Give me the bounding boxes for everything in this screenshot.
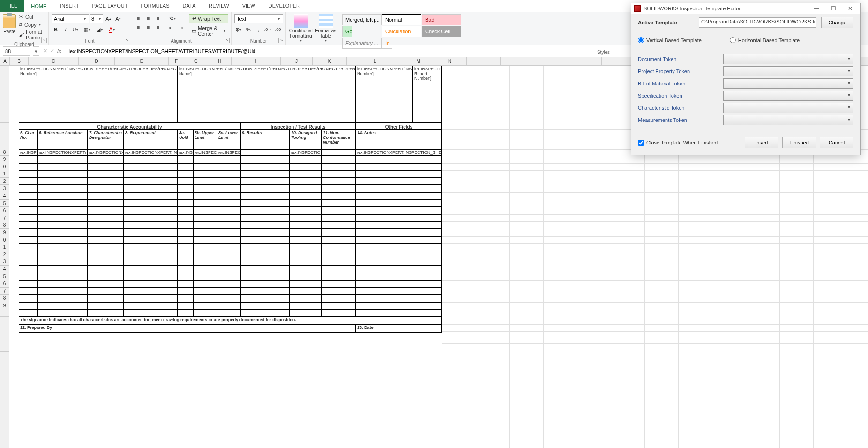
cell-empty[interactable] <box>290 243 322 251</box>
cell-empty[interactable] <box>356 229 442 236</box>
cell-empty[interactable] <box>240 266 290 273</box>
col-header-B[interactable]: B <box>10 57 29 65</box>
cell-empty[interactable] <box>356 310 442 317</box>
cell-empty[interactable] <box>217 221 240 229</box>
cell-empty[interactable] <box>178 310 193 317</box>
cell-empty[interactable] <box>240 302 290 310</box>
col-header-L[interactable]: L <box>347 57 404 65</box>
row-header[interactable]: 3 <box>0 185 9 192</box>
cell-empty[interactable] <box>290 310 322 317</box>
cell-part-number[interactable]: iex:INSPECTIONXPERT/INSPECTION_SHEET/PRO… <box>19 66 178 123</box>
cell-empty[interactable] <box>217 243 240 251</box>
cell-data-e[interactable]: iex:INSPECTIONXPERT/INSP <box>124 149 178 156</box>
row-header[interactable] <box>0 129 9 149</box>
cell-empty[interactable] <box>322 236 356 244</box>
row-header[interactable]: 0 <box>0 236 9 244</box>
cell-empty[interactable] <box>37 310 88 317</box>
col-header-M[interactable]: M <box>404 57 433 65</box>
cell-empty[interactable] <box>290 156 322 163</box>
cell-empty[interactable] <box>178 236 193 244</box>
col-header-N[interactable]: N <box>433 57 467 65</box>
cell-empty[interactable] <box>124 170 178 178</box>
cell-empty[interactable] <box>37 170 88 178</box>
cell-data-i[interactable] <box>240 149 290 156</box>
cell-empty[interactable] <box>240 258 290 266</box>
cell-empty[interactable] <box>37 273 88 281</box>
row-header[interactable]: 6 <box>0 280 9 288</box>
cell-empty[interactable] <box>19 200 37 207</box>
copy-button[interactable]: Copy▾ <box>18 21 45 28</box>
cell-empty[interactable] <box>88 288 124 295</box>
cell-empty[interactable] <box>240 185 290 192</box>
cell-empty[interactable] <box>88 163 124 171</box>
cell-empty[interactable] <box>240 288 290 295</box>
cell-empty[interactable] <box>193 273 217 281</box>
cell-empty[interactable] <box>217 170 240 178</box>
increase-font-button[interactable]: A▴ <box>104 15 112 23</box>
cell-empty[interactable] <box>178 243 193 251</box>
tab-review[interactable]: REVIEW <box>202 0 235 12</box>
cell-empty[interactable] <box>217 310 240 317</box>
cell-empty[interactable] <box>290 192 322 200</box>
cell-empty[interactable] <box>124 163 178 171</box>
row-header[interactable] <box>0 343 9 352</box>
cell-empty[interactable] <box>19 221 37 229</box>
cell-empty[interactable] <box>178 273 193 281</box>
cell-empty[interactable] <box>356 170 442 178</box>
cut-button[interactable]: Cut <box>18 13 45 21</box>
change-button[interactable]: Change <box>821 17 853 28</box>
style-bad[interactable]: Bad <box>422 14 461 25</box>
cell-data-l[interactable]: iex:INSPECTIONXPERT/INSPECTION_SHEET/ <box>356 149 442 156</box>
cell-empty[interactable] <box>356 221 442 229</box>
cell-empty[interactable] <box>88 273 124 281</box>
cell-empty[interactable] <box>240 200 290 207</box>
cell-empty[interactable] <box>356 214 442 222</box>
cell-empty[interactable] <box>37 288 88 295</box>
cell-empty[interactable] <box>290 258 322 266</box>
cell-empty[interactable] <box>124 310 178 317</box>
cell-sec-characteristic[interactable]: Characteristic Accountability <box>19 123 240 129</box>
cell-empty[interactable] <box>240 243 290 251</box>
col-header-H[interactable]: H <box>208 57 232 65</box>
cell-empty[interactable] <box>88 229 124 236</box>
cell-empty[interactable] <box>356 156 442 163</box>
cell-empty[interactable] <box>193 266 217 273</box>
cell-empty[interactable] <box>193 251 217 258</box>
col-header-K[interactable]: K <box>313 57 347 65</box>
cell-empty[interactable] <box>290 266 322 273</box>
cell-empty[interactable] <box>356 163 442 171</box>
cell-empty[interactable] <box>193 229 217 236</box>
row-header[interactable] <box>0 309 9 317</box>
italic-button[interactable]: I <box>61 25 70 34</box>
cell-empty[interactable] <box>88 236 124 244</box>
cell-empty[interactable] <box>193 207 217 214</box>
cell-data-h[interactable]: iex:INSPEC <box>217 149 240 156</box>
cell-empty[interactable] <box>356 266 442 273</box>
close-checkbox-input[interactable] <box>638 140 644 146</box>
cell-empty[interactable] <box>37 280 88 288</box>
vertical-template-radio[interactable]: Vertical Based Template <box>638 37 702 43</box>
cell-empty[interactable] <box>37 156 88 163</box>
cell-empty[interactable] <box>290 229 322 236</box>
number-format-input[interactable] <box>234 14 283 23</box>
cell-empty[interactable] <box>217 288 240 295</box>
tab-page-layout[interactable]: PAGE LAYOUT <box>85 0 134 12</box>
cell-empty[interactable] <box>290 170 322 178</box>
align-left-button[interactable]: ≡ <box>134 23 142 31</box>
cell-data-j[interactable]: iex:INSPECTION <box>290 149 322 156</box>
tab-developer[interactable]: DEVELOPER <box>262 0 307 12</box>
cell-empty[interactable] <box>290 200 322 207</box>
col-header-blank[interactable] <box>467 57 501 65</box>
cell-h8[interactable]: 8. Requirement <box>124 129 178 149</box>
cell-prepared-by[interactable]: 12. Prepared By <box>19 324 356 333</box>
cell-empty[interactable] <box>356 178 442 185</box>
cell-empty[interactable] <box>356 200 442 207</box>
cell-empty[interactable] <box>124 192 178 200</box>
cell-empty[interactable] <box>178 170 193 178</box>
cell-empty[interactable] <box>193 258 217 266</box>
cell-empty[interactable] <box>124 185 178 192</box>
cell-empty[interactable] <box>88 214 124 222</box>
cell-empty[interactable] <box>124 156 178 163</box>
cell-empty[interactable] <box>178 178 193 185</box>
cell-empty[interactable] <box>124 295 178 302</box>
